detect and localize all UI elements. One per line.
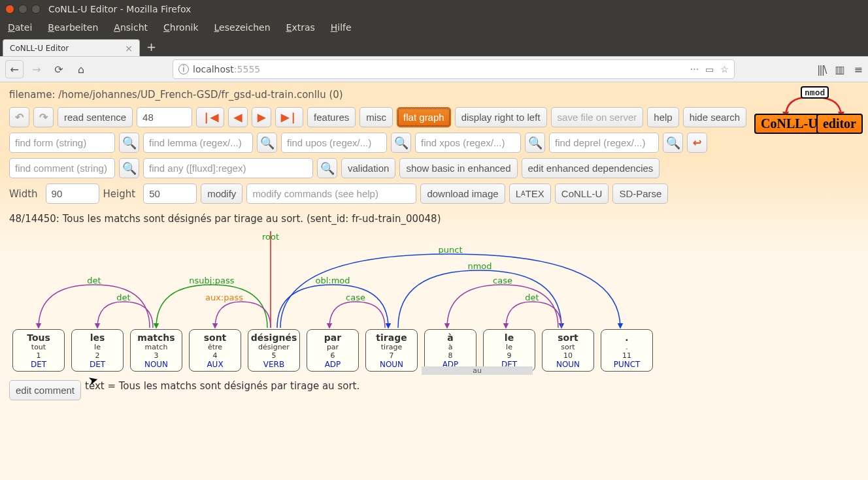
height-input[interactable] — [143, 184, 197, 204]
dep-punct-label[interactable]: punct — [439, 245, 463, 255]
menu-help[interactable]: Hilfe — [331, 22, 352, 33]
url-bar[interactable]: i localhost:5555 ··· ▭ ☆ — [173, 59, 735, 79]
modify-button[interactable]: modify — [201, 184, 242, 204]
dep-auxpass-label[interactable]: aux:pass — [205, 293, 243, 302]
find-xpos-input[interactable] — [415, 133, 521, 153]
site-info-icon[interactable]: i — [178, 64, 189, 74]
hide-search-button[interactable]: hide search — [683, 107, 747, 127]
tab-close-icon[interactable]: × — [125, 43, 133, 54]
flat-graph-button[interactable]: flat graph — [397, 107, 451, 127]
url-text: localhost:5555 — [193, 64, 690, 74]
new-tab-button[interactable]: + — [140, 40, 163, 54]
find-lemma-go-icon[interactable]: 🔍 — [257, 133, 277, 153]
sidebar-icon[interactable]: ▥ — [835, 63, 844, 76]
window-maximize-icon[interactable] — [31, 5, 41, 14]
misc-button[interactable]: misc — [359, 107, 393, 127]
token-7[interactable]: tiragetirage7NOUN — [365, 329, 418, 372]
token-11[interactable]: ..11PUNCT — [601, 329, 653, 372]
token-4[interactable]: sontêtre4AUX — [189, 329, 241, 372]
validation-button[interactable]: validation — [341, 158, 395, 178]
undo-button[interactable]: ↶ — [9, 107, 29, 127]
save-button[interactable]: save file on server — [551, 107, 644, 127]
token-10[interactable]: sortsort10NOUN — [542, 329, 594, 372]
find-deprel-input[interactable] — [549, 133, 659, 153]
edit-enhanced-button[interactable]: edit enhanced dependencies — [522, 158, 660, 178]
find-any-go-icon[interactable]: 🔍 — [317, 158, 337, 178]
token-lemma: tirage — [367, 343, 416, 351]
menu-history[interactable]: Chronik — [163, 22, 199, 33]
back-button[interactable]: ← — [5, 60, 24, 78]
width-input[interactable] — [46, 184, 99, 204]
find-form-go-icon[interactable]: 🔍 — [119, 133, 139, 153]
bookmark-star-icon[interactable]: ☆ — [720, 64, 729, 74]
reload-button[interactable]: ⟳ — [50, 60, 68, 78]
window-close-icon[interactable] — [5, 5, 14, 14]
token-3[interactable]: matchsmatch3NOUN — [130, 329, 182, 372]
window-minimize-icon[interactable] — [18, 5, 27, 14]
redo-button[interactable]: ↷ — [33, 107, 54, 127]
token-8[interactable]: àà8ADP — [424, 329, 476, 372]
menu-extras[interactable]: Extras — [286, 22, 315, 33]
sentence-number-input[interactable] — [137, 107, 192, 127]
dep-det2-label[interactable]: det — [116, 293, 130, 302]
dep-det3-label[interactable]: det — [525, 293, 539, 302]
dep-root-label[interactable]: root — [262, 232, 279, 242]
token-index: 8 — [426, 351, 475, 360]
sdparse-button[interactable]: SD-Parse — [612, 184, 668, 204]
dep-oblmod-label[interactable]: obl:mod — [315, 276, 350, 285]
dep-det1-label[interactable]: det — [87, 276, 101, 285]
token-1[interactable]: Toustout1DET — [12, 329, 65, 372]
help-button[interactable]: help — [647, 107, 678, 127]
modify-commands-input[interactable] — [246, 184, 416, 204]
rtl-button[interactable]: display right to left — [455, 107, 547, 127]
menu-view[interactable]: Ansicht — [114, 22, 148, 33]
conllu-button[interactable]: CoNLL-U — [555, 184, 609, 204]
show-basic-button[interactable]: show basic in enhanced — [399, 158, 517, 178]
page-actions-icon[interactable]: ··· — [690, 64, 699, 74]
menu-edit[interactable]: Bearbeiten — [48, 22, 98, 33]
find-upos-go-icon[interactable]: 🔍 — [391, 133, 411, 153]
token-5[interactable]: désignésdésigner5VERB — [248, 329, 300, 372]
last-button[interactable]: ▶❘ — [275, 107, 303, 127]
forward-button[interactable]: → — [27, 60, 46, 78]
find-deprel-go-icon[interactable]: 🔍 — [663, 133, 683, 153]
menu-icon[interactable]: ≡ — [854, 63, 863, 76]
dep-case1-label[interactable]: case — [346, 293, 365, 302]
token-2[interactable]: lesle2DET — [71, 329, 124, 372]
read-sentence-button[interactable]: read sentence — [58, 107, 133, 127]
find-any-input[interactable] — [143, 158, 313, 178]
library-icon[interactable]: |||\ — [817, 63, 826, 76]
prev-button[interactable]: ◀ — [228, 107, 248, 127]
dep-case2-label[interactable]: case — [493, 276, 512, 285]
dependency-graph: root punct nmod obl:mod case det case ns… — [6, 231, 859, 368]
menu-file[interactable]: Datei — [8, 22, 32, 33]
find-xpos-go-icon[interactable]: 🔍 — [525, 133, 545, 153]
latex-button[interactable]: LATEX — [509, 184, 551, 204]
token-lemma: le — [73, 343, 122, 351]
token-6[interactable]: parpar6ADP — [307, 329, 359, 372]
token-upos: NOUN — [367, 360, 416, 369]
dep-nsubjpass-label[interactable]: nsubj:pass — [189, 276, 234, 285]
download-image-button[interactable]: download image — [420, 184, 505, 204]
browser-tab[interactable]: CoNLL-U Editor × — [3, 39, 140, 56]
find-lemma-input[interactable] — [143, 133, 253, 153]
find-comment-input[interactable] — [9, 158, 115, 178]
features-button[interactable]: features — [307, 107, 356, 127]
edit-comment-button[interactable]: edit comment — [9, 380, 81, 400]
find-comment-go-icon[interactable]: 🔍 — [119, 158, 139, 178]
find-form-input[interactable] — [9, 133, 115, 153]
find-upos-input[interactable] — [281, 133, 387, 153]
menu-bookmarks[interactable]: Lesezeichen — [214, 22, 271, 33]
token-upos: VERB — [250, 360, 298, 369]
home-button[interactable]: ⌂ — [72, 60, 90, 78]
width-label: Width — [9, 188, 38, 200]
token-9[interactable]: lele9DET — [483, 329, 535, 372]
search-back-button[interactable]: ↩ — [687, 133, 707, 153]
dep-nmod-label[interactable]: nmod — [467, 261, 492, 271]
first-button[interactable]: ❘◀ — [196, 107, 224, 127]
next-button[interactable]: ▶ — [252, 107, 271, 127]
protection-icon[interactable]: ▭ — [705, 64, 714, 74]
token-index: 9 — [485, 351, 533, 360]
token-form: par — [309, 332, 357, 343]
mwt-au[interactable]: au — [422, 366, 533, 375]
